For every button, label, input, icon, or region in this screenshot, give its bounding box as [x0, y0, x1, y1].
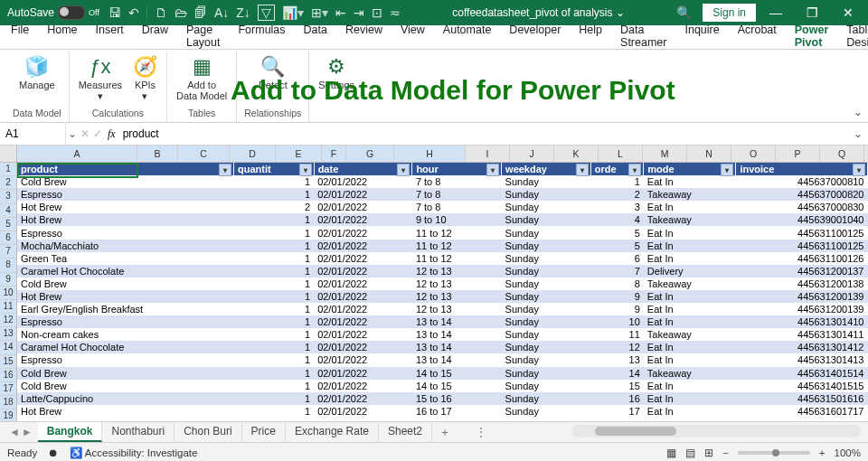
- cell[interactable]: 5: [590, 240, 644, 252]
- cell[interactable]: Sunday: [502, 328, 591, 341]
- row-header-7[interactable]: 7: [0, 245, 16, 259]
- cell[interactable]: 02/01/2022: [314, 175, 412, 188]
- cell[interactable]: 445637000810: [736, 175, 868, 188]
- cell[interactable]: Sunday: [502, 240, 591, 252]
- table-row[interactable]: Non-cream cakes102/01/202213 to 14Sunday…: [17, 328, 868, 341]
- table-header-date[interactable]: date▾: [314, 163, 412, 175]
- cell[interactable]: 445631100125: [736, 226, 868, 239]
- table-row[interactable]: Caramel Hot Chocolate102/01/202213 to 14…: [17, 341, 868, 353]
- next-sheet-icon[interactable]: ►: [22, 426, 33, 438]
- table-header-hour[interactable]: hour▾: [412, 163, 502, 175]
- row-header-1[interactable]: 1: [0, 163, 16, 176]
- cell[interactable]: 445637000820: [736, 188, 868, 201]
- cell[interactable]: 11: [590, 328, 644, 341]
- cell[interactable]: 12 to 13: [412, 290, 502, 303]
- indent-inc-icon[interactable]: ⇥: [354, 5, 364, 20]
- zoom-slider[interactable]: [738, 451, 810, 455]
- fx-button[interactable]: fx: [104, 127, 119, 141]
- cell[interactable]: Sunday: [502, 315, 591, 328]
- col-header-L[interactable]: L: [599, 146, 643, 162]
- cell[interactable]: 7: [590, 265, 644, 278]
- cell[interactable]: 02/01/2022: [314, 278, 412, 290]
- cell[interactable]: Hot Brew: [17, 290, 233, 303]
- row-header-9[interactable]: 9: [0, 273, 16, 287]
- zoom-level[interactable]: 100%: [835, 447, 861, 458]
- sheet-tab-exchange-rate[interactable]: Exchange Rate: [286, 422, 379, 442]
- normal-view-icon[interactable]: ▦: [666, 447, 676, 459]
- cell[interactable]: Delivery: [644, 265, 736, 278]
- table-row[interactable]: Mocha/Macchiato102/01/202211 to 12Sunday…: [17, 240, 868, 252]
- cell[interactable]: 3: [590, 201, 644, 213]
- cell[interactable]: 16: [590, 392, 644, 405]
- cell[interactable]: 445631401514: [736, 367, 868, 380]
- cell[interactable]: 13 to 14: [412, 341, 502, 353]
- sheet-tab-sheet2[interactable]: Sheet2: [379, 422, 432, 442]
- cell[interactable]: 1: [590, 175, 644, 188]
- cell[interactable]: 02/01/2022: [314, 353, 412, 366]
- table-row[interactable]: Hot Brew102/01/202216 to 17Sunday17Eat I…: [17, 405, 868, 418]
- row-header-2[interactable]: 2: [0, 176, 16, 190]
- filter-dropdown-icon[interactable]: ▾: [486, 164, 499, 176]
- cell[interactable]: 2: [233, 201, 314, 213]
- tab-menu-icon[interactable]: ⋮: [476, 426, 486, 438]
- table-row[interactable]: Cold Brew102/01/202214 to 15Sunday14Take…: [17, 367, 868, 380]
- cell[interactable]: Eat In: [644, 252, 736, 265]
- cell[interactable]: 445631301413: [736, 353, 868, 366]
- expand-formula-icon[interactable]: ⌄: [848, 127, 868, 140]
- page-layout-view-icon[interactable]: ▤: [685, 447, 695, 459]
- col-header-D[interactable]: D: [230, 146, 276, 162]
- table-row[interactable]: Espresso102/01/202213 to 14Sunday10Eat I…: [17, 315, 868, 328]
- cell[interactable]: Takeaway: [644, 188, 736, 201]
- cell[interactable]: 12 to 13: [412, 265, 502, 278]
- kpis-button[interactable]: 🧭 KPIs▾: [131, 53, 159, 103]
- row-header-11[interactable]: 11: [0, 300, 16, 314]
- cell[interactable]: 14: [590, 367, 644, 380]
- customize-qat-icon[interactable]: ≂: [390, 5, 401, 20]
- cell[interactable]: 1: [233, 175, 314, 188]
- cell[interactable]: Eat In: [644, 240, 736, 252]
- cell[interactable]: 445631100125: [736, 240, 868, 252]
- table-row[interactable]: Hot Brew102/01/202212 to 13Sunday9Eat In…: [17, 290, 868, 303]
- table-header-quantity[interactable]: quantit▾: [233, 163, 314, 175]
- cell[interactable]: Non-cream cakes: [17, 328, 233, 341]
- record-macro-icon[interactable]: ⏺: [48, 447, 59, 458]
- sort-asc-icon[interactable]: A↓: [214, 5, 229, 20]
- cell[interactable]: 6: [590, 252, 644, 265]
- undo-icon[interactable]: ↶: [128, 5, 139, 20]
- cell[interactable]: Eat In: [644, 353, 736, 366]
- cell[interactable]: Hot Brew: [17, 213, 233, 226]
- cell[interactable]: 445631301412: [736, 341, 868, 353]
- cell[interactable]: Sunday: [502, 201, 591, 213]
- table-header-product[interactable]: product▾: [17, 163, 233, 175]
- cell[interactable]: 02/01/2022: [314, 303, 412, 315]
- table-row[interactable]: Hot Brew102/01/20229 to 10Sunday4Takeawa…: [17, 213, 868, 226]
- cell[interactable]: 15 to 16: [412, 392, 502, 405]
- table-header-order[interactable]: orde▾: [590, 163, 644, 175]
- cell[interactable]: Hot Brew: [17, 405, 233, 418]
- cell[interactable]: Cold Brew: [17, 380, 233, 392]
- cell[interactable]: Eat In: [644, 315, 736, 328]
- cell[interactable]: Eat In: [644, 341, 736, 353]
- table-row[interactable]: Caramel Hot Chocolate102/01/202212 to 13…: [17, 265, 868, 278]
- cell[interactable]: Green Tea: [17, 252, 233, 265]
- cell[interactable]: 13: [590, 353, 644, 366]
- accessibility-status[interactable]: ♿ Accessibility: Investigate: [70, 447, 197, 459]
- cell[interactable]: Eat In: [644, 303, 736, 315]
- row-header-15[interactable]: 15: [0, 355, 16, 369]
- cell[interactable]: 445631200137: [736, 265, 868, 278]
- row-header-3[interactable]: 3: [0, 190, 16, 203]
- indent-dec-icon[interactable]: ⇤: [335, 5, 346, 20]
- col-header-I[interactable]: I: [466, 146, 510, 162]
- cell[interactable]: Sunday: [502, 367, 591, 380]
- cell[interactable]: 445639001040: [736, 213, 868, 226]
- cell[interactable]: Takeaway: [644, 367, 736, 380]
- cell[interactable]: Takeaway: [644, 278, 736, 290]
- cell[interactable]: 1: [233, 303, 314, 315]
- col-header-B[interactable]: B: [137, 146, 178, 162]
- table-row[interactable]: Latte/Cappucino102/01/202215 to 16Sunday…: [17, 392, 868, 405]
- cell[interactable]: 02/01/2022: [314, 341, 412, 353]
- add-sheet-icon[interactable]: ＋: [432, 425, 458, 440]
- cell[interactable]: Eat In: [644, 405, 736, 418]
- cell[interactable]: 1: [233, 315, 314, 328]
- cell[interactable]: Sunday: [502, 226, 591, 239]
